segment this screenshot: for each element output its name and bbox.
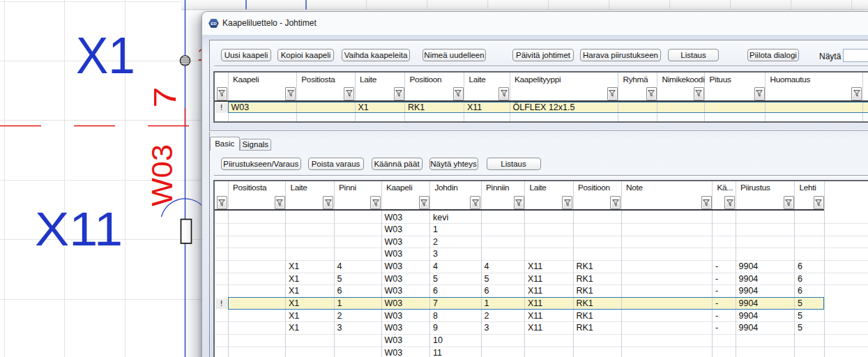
- cell[interactable]: ÖLFLEX 12x1.5: [513, 103, 575, 112]
- cell[interactable]: W03: [385, 286, 403, 296]
- column-header-pinniin[interactable]: Pinniin: [486, 183, 509, 192]
- column-header-laite[interactable]: Laite: [360, 75, 376, 84]
- cell[interactable]: 2: [485, 311, 489, 321]
- cell[interactable]: X11: [528, 261, 542, 272]
- button-n-yt-yhteys[interactable]: Näytä yhteys: [429, 158, 478, 170]
- cell[interactable]: -: [715, 311, 718, 321]
- cell[interactable]: 5: [485, 274, 489, 284]
- dialog-titlebar[interactable]: ED Kaapeliluettelo - Johtimet: [202, 12, 868, 35]
- filter-button-laite[interactable]: [562, 196, 572, 209]
- cell[interactable]: X1: [358, 103, 369, 112]
- button-harava-piirustukseen[interactable]: Harava piirustukseen: [580, 49, 661, 61]
- cell[interactable]: 5: [798, 323, 802, 333]
- cell[interactable]: RK1: [408, 103, 425, 112]
- filter-button-laite[interactable]: [323, 196, 333, 209]
- cell[interactable]: 9904: [739, 311, 759, 321]
- cell[interactable]: 4: [485, 261, 489, 272]
- filter-button-marker[interactable]: [217, 196, 227, 209]
- tab-basic[interactable]: Basic: [210, 137, 241, 151]
- cell[interactable]: 5: [798, 311, 802, 321]
- filter-button-kaapeli[interactable]: [419, 196, 429, 209]
- cell[interactable]: 6: [485, 286, 489, 296]
- filter-button-marker[interactable]: [217, 87, 227, 100]
- cell[interactable]: kevi: [433, 213, 448, 223]
- cell[interactable]: 9904: [739, 286, 759, 296]
- filter-button-k-[interactable]: [724, 196, 735, 209]
- cell[interactable]: W03: [385, 298, 403, 309]
- cell[interactable]: RK1: [577, 311, 593, 321]
- cell[interactable]: X11: [528, 311, 542, 321]
- cell[interactable]: -: [715, 286, 718, 296]
- column-header-positioon[interactable]: Positioon: [578, 183, 610, 192]
- button-k-nn-p-t[interactable]: Käännä päät: [372, 158, 422, 170]
- column-header-note[interactable]: Note: [626, 183, 643, 192]
- filter-button-lehti[interactable]: [814, 196, 824, 209]
- column-header-pituus[interactable]: Pituus: [710, 75, 731, 84]
- filter-button-johdin[interactable]: [470, 196, 480, 209]
- column-header-piirustus[interactable]: Piirustus: [740, 183, 770, 192]
- cell[interactable]: 2: [337, 311, 342, 321]
- cell[interactable]: 9: [433, 323, 438, 333]
- cell[interactable]: -: [715, 274, 718, 284]
- cell[interactable]: 5: [433, 274, 438, 284]
- show-combobox[interactable]: [843, 49, 868, 62]
- cell[interactable]: -: [715, 261, 718, 272]
- cell[interactable]: 7: [433, 298, 438, 309]
- column-header-lehti[interactable]: Lehti: [800, 183, 816, 192]
- column-header-positiosta[interactable]: Positiosta: [233, 183, 266, 192]
- cell[interactable]: 2: [433, 237, 438, 248]
- cell[interactable]: X11: [528, 286, 542, 296]
- cell[interactable]: 4: [433, 261, 438, 272]
- button-piilota-dialogi[interactable]: Piilota dialogi: [747, 49, 799, 61]
- cell[interactable]: RK1: [577, 323, 593, 333]
- cell[interactable]: 5: [337, 274, 342, 284]
- column-header-kaapeli[interactable]: Kaapeli: [233, 75, 259, 84]
- column-header-pinni[interactable]: Pinni: [339, 183, 356, 192]
- cell[interactable]: X11: [528, 323, 542, 333]
- filter-button-positiosta[interactable]: [344, 87, 354, 100]
- cell[interactable]: RK1: [577, 261, 593, 272]
- filter-button-laite[interactable]: [394, 87, 404, 100]
- cell[interactable]: 5: [798, 298, 802, 309]
- button-listaus[interactable]: Listaus: [668, 49, 719, 61]
- cell[interactable]: RK1: [577, 274, 593, 284]
- cell[interactable]: -: [715, 298, 718, 309]
- filter-button-pinni[interactable]: [370, 196, 381, 209]
- button-nime-uudelleen[interactable]: Nimeä uudelleen: [422, 49, 486, 61]
- cell[interactable]: 9904: [739, 261, 759, 272]
- filter-button-ryhm-[interactable]: [646, 87, 657, 100]
- cell[interactable]: X1: [289, 311, 299, 321]
- cell[interactable]: 6: [337, 286, 342, 296]
- cell[interactable]: X1: [289, 323, 299, 333]
- filter-button-note[interactable]: [701, 196, 712, 209]
- cell[interactable]: 1: [337, 298, 342, 309]
- column-header-positiosta[interactable]: Positiosta: [301, 75, 335, 84]
- filter-button-pituus[interactable]: [754, 87, 765, 100]
- cell[interactable]: X1: [289, 274, 299, 284]
- cell[interactable]: X11: [528, 274, 542, 284]
- cell[interactable]: 1: [485, 298, 489, 309]
- cell[interactable]: W03: [385, 311, 403, 321]
- filter-button-huomautus[interactable]: [851, 87, 862, 100]
- button-vaihda-kaapeleita[interactable]: Vaihda kaapeleita: [342, 49, 410, 61]
- cell[interactable]: RK1: [577, 298, 593, 309]
- filter-button-laite[interactable]: [498, 87, 509, 100]
- filter-button-nimikekoodi[interactable]: [694, 87, 704, 100]
- cell[interactable]: 6: [798, 261, 802, 272]
- column-header-nimikekoodi[interactable]: Nimikekoodi: [662, 75, 705, 84]
- cell[interactable]: 4: [337, 261, 342, 272]
- cell[interactable]: 6: [798, 286, 802, 296]
- cell[interactable]: 9904: [739, 274, 759, 284]
- cell[interactable]: 8: [433, 311, 438, 321]
- column-header-huomautus[interactable]: Huomautus: [770, 75, 811, 84]
- cell[interactable]: 6: [433, 286, 438, 296]
- column-header-positioon[interactable]: Positioon: [410, 75, 442, 84]
- cell[interactable]: X1: [289, 286, 299, 296]
- column-header-laite[interactable]: Laite: [530, 183, 547, 192]
- cell[interactable]: 1: [433, 225, 438, 235]
- cell[interactable]: W03: [385, 274, 403, 284]
- filter-button-kaapelityyppi[interactable]: [607, 87, 618, 100]
- cell[interactable]: W03: [385, 348, 403, 357]
- cell[interactable]: W03: [385, 213, 403, 223]
- cell[interactable]: 3: [433, 249, 438, 259]
